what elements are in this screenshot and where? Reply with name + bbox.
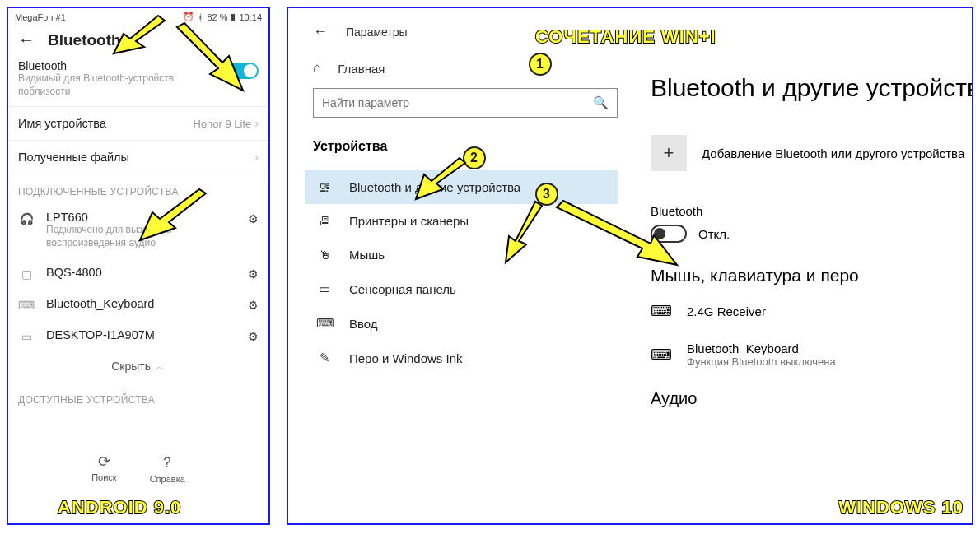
keyboard-icon: ⌨ [651,302,672,320]
back-arrow-icon[interactable]: ← [313,23,328,40]
bluetooth-state: Откл. [698,227,730,241]
search-label: Поиск [91,472,116,482]
laptop-icon: ▭ [18,328,35,343]
sidebar-item-label: Мышь [349,248,385,262]
gear-icon[interactable]: ⚙ [248,267,259,281]
sidebar-item-pen[interactable]: ✎ Перо и Windows Ink [313,341,618,375]
keyboard-icon: ⌨ [18,297,35,312]
sidebar-item-label: Принтеры и сканеры [349,214,469,228]
battery-icon: ▮ [231,12,236,22]
windows-screenshot: ← Параметры ⌂ Главная 🔍 Устройства 🖳 Blu… [287,7,973,525]
keyboard-icon: ⌨ [651,346,672,364]
plus-icon: + [651,135,687,171]
device-name: 2.4G Receiver [687,304,766,318]
touchpad-icon: ▭ [316,281,333,296]
mouse-icon: 🖱 [316,248,333,262]
headphones-icon: 🎧 [18,211,35,225]
bluetooth-icon: 🖳 [316,180,333,194]
search-box[interactable]: 🔍 [313,88,618,118]
connected-device-row[interactable]: ⌨ Bluetooth_Keyboard ⚙ [8,289,268,320]
search-input[interactable] [322,96,593,109]
printer-icon: 🖶 [316,214,333,228]
gear-icon[interactable]: ⚙ [248,299,259,312]
settings-content: Bluetooth и другие устройства + Добавлен… [642,8,972,523]
received-files-label: Полученные файлы [18,151,129,164]
home-link[interactable]: ⌂ Главная [313,60,618,77]
android-caption: ANDROID 9.0 [58,497,181,518]
device-name: Bluetooth_Keyboard [46,297,236,310]
device-name: DESKTOP-I1A907M [46,328,236,341]
chevron-up-icon: ︿ [154,360,166,373]
help-icon: ？ [160,453,175,472]
search-button[interactable]: ⟳ Поиск [91,453,116,484]
annotation-arrow [552,199,684,273]
svg-marker-3 [416,158,465,199]
device-row[interactable]: ⌨ 2.4G Receiver [651,302,972,320]
svg-marker-4 [506,202,542,262]
page-title: Bluetooth и другие устройства [651,74,972,102]
pen-icon: ✎ [316,351,333,365]
gear-icon[interactable]: ⚙ [248,212,259,225]
available-devices-header: ДОСТУПНЫЕ УСТРОЙСТВА [8,383,268,411]
bluetooth-label: Bluetooth [651,204,972,218]
gear-icon[interactable]: ⚙ [248,330,259,343]
annotation-arrow [124,189,214,247]
add-device-label: Добавление Bluetooth или другого устройс… [702,146,964,160]
back-arrow-icon[interactable]: ← [18,30,35,49]
audio-header: Аудио [651,389,972,408]
annotation-arrow [165,23,255,97]
search-icon: 🔍 [593,95,609,110]
sidebar-item-label: Сенсорная панель [349,282,456,296]
android-screenshot: MegaFon #1 ⏰ ᚼ 82 % ▮ 10:14 ← Bluetooth … [7,7,270,525]
received-files-row[interactable]: Полученные файлы › [8,141,268,174]
connected-device-row[interactable]: ▢ BQS-4800 ⚙ [8,258,268,289]
bt-status-icon: ᚼ [198,12,203,22]
mkp-header: Мышь, клавиатура и перо [651,266,972,286]
sidebar-item-label: Перо и Windows Ink [349,351,463,365]
help-label: Справка [150,474,185,484]
carrier-label: MegaFon #1 [15,12,66,22]
alarm-icon: ⏰ [183,12,194,22]
chevron-right-icon: › [254,151,259,164]
hide-button[interactable]: Скрыть ︿ [8,351,268,383]
phone-icon: ▢ [18,266,35,281]
svg-marker-5 [557,201,677,265]
annotation-arrow [99,12,173,58]
svg-marker-0 [114,16,165,53]
svg-marker-1 [177,23,243,91]
refresh-icon: ⟳ [98,453,110,471]
home-icon: ⌂ [313,60,321,77]
home-label: Главная [338,62,385,76]
device-name-label: Имя устройства [18,117,106,130]
sidebar-item-label: Ввод [349,317,378,331]
section-header: Устройства [313,139,618,154]
device-name: Bluetooth_Keyboard [687,341,836,355]
svg-marker-2 [140,189,206,240]
device-name: BQS-4800 [46,266,236,279]
add-device-button[interactable]: + Добавление Bluetooth или другого устро… [651,135,972,171]
keyboard-icon: ⌨ [316,316,333,331]
clock: 10:14 [239,12,262,22]
sidebar-item-touchpad[interactable]: ▭ Сенсорная панель [313,272,618,306]
device-name-row[interactable]: Имя устройства Honor 9 Lite› [8,107,268,141]
annotation-arrow [412,156,478,206]
chevron-right-icon: › [254,117,259,130]
device-status: Функция Bluetooth выключена [687,355,836,368]
connected-device-row[interactable]: ▭ DESKTOP-I1A907M ⚙ [8,320,268,351]
battery-percent: 82 % [207,12,227,22]
device-row[interactable]: ⌨ Bluetooth_Keyboard Функция Bluetooth в… [651,341,972,368]
annotation-arrow [501,202,558,267]
help-button[interactable]: ？ Справка [150,453,185,484]
sidebar-item-typing[interactable]: ⌨ Ввод [313,306,618,341]
device-name-value: Honor 9 Lite [194,118,252,130]
settings-title: Параметры [346,26,408,39]
